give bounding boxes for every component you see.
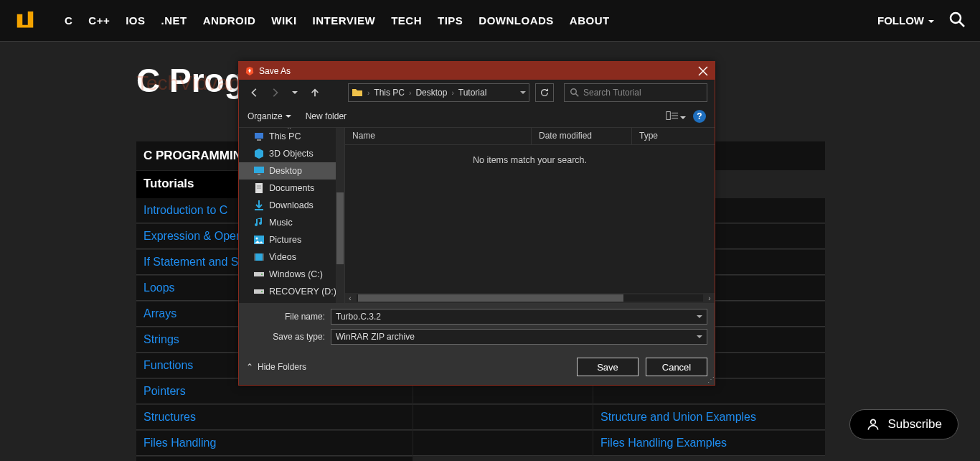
svg-point-1 — [951, 13, 961, 23]
nav-link[interactable]: DOWNLOADS — [479, 14, 554, 27]
svg-rect-12 — [255, 133, 263, 139]
close-icon[interactable] — [697, 65, 709, 77]
tree-item-label: Windows (C:) — [269, 269, 323, 279]
dialog-titlebar[interactable]: Save As — [239, 62, 715, 80]
save-type-select[interactable]: WinRAR ZIP archive — [331, 329, 707, 345]
pc-icon — [253, 131, 265, 142]
tree-item-desktop[interactable]: Desktop — [239, 162, 344, 180]
vid-icon — [253, 251, 265, 263]
tree-scrollbar[interactable] — [336, 128, 344, 303]
search-icon — [570, 88, 579, 97]
new-folder-button[interactable]: New folder — [306, 111, 347, 121]
nav-link[interactable]: IOS — [126, 14, 145, 27]
nav-links: C C++ IOS .NET ANDROID WIKI INTERVIEW TE… — [65, 14, 877, 27]
folder-tree[interactable]: ⌃ This PC3D ObjectsDesktopDocumentsDownl… — [239, 128, 345, 303]
svg-point-25 — [261, 274, 263, 275]
nav-link[interactable]: TIPS — [438, 14, 463, 27]
tree-item-label: This PC — [269, 131, 301, 141]
column-type[interactable]: Type — [632, 128, 715, 144]
sidebar-item[interactable]: Introduction to C — [143, 204, 227, 217]
drive-icon — [253, 269, 265, 280]
nav-link[interactable]: WIKI — [271, 14, 296, 27]
tree-item-windows-c-[interactable]: Windows (C:) — [239, 266, 344, 283]
dialog-navbar: › This PC › Desktop › Tutorial Search Tu… — [239, 80, 715, 106]
tree-item-3d-objects[interactable]: 3D Objects — [239, 145, 344, 162]
nav-link[interactable]: ANDROID — [203, 14, 256, 27]
collapse-indicator-icon: ⌃ — [286, 128, 292, 134]
sidebar-item[interactable]: If Statement and Sv — [143, 256, 245, 269]
brave-icon — [245, 66, 255, 76]
svg-rect-21 — [254, 253, 264, 261]
file-name-input[interactable]: Turbo.C.3.2 — [331, 309, 707, 325]
nav-link[interactable]: INTERVIEW — [313, 14, 376, 27]
svg-point-27 — [261, 291, 263, 292]
svg-rect-22 — [254, 253, 255, 261]
nav-link[interactable]: ABOUT — [570, 14, 610, 27]
chevron-up-icon: ⌃ — [246, 362, 253, 372]
help-icon[interactable]: ? — [693, 110, 706, 123]
organize-dropdown[interactable]: Organize — [248, 111, 291, 121]
tree-item-label: Music — [269, 218, 293, 228]
up-icon[interactable] — [306, 84, 324, 101]
drive-icon — [253, 286, 265, 297]
horizontal-scrollbar[interactable]: ‹ › — [345, 293, 715, 303]
nav-link[interactable]: .NET — [161, 14, 187, 27]
cancel-button[interactable]: Cancel — [646, 358, 707, 376]
sidebar-item[interactable]: Strings — [143, 333, 179, 346]
scroll-left-icon[interactable]: ‹ — [345, 294, 355, 302]
column-date[interactable]: Date modified — [532, 128, 632, 144]
dialog-search-input[interactable]: Search Tutorial — [564, 83, 707, 102]
link-item[interactable]: Structure and Union Examples — [600, 411, 756, 424]
hide-folders-toggle[interactable]: ⌃Hide Folders — [246, 362, 306, 372]
chevron-down-icon — [680, 113, 686, 123]
refresh-icon[interactable] — [535, 83, 554, 102]
tree-item-videos[interactable]: Videos — [239, 248, 344, 266]
sidebar-item[interactable]: Expression & Opera — [143, 230, 246, 243]
chevron-down-icon[interactable] — [697, 333, 702, 341]
sidebar-item[interactable]: Pointers — [143, 385, 186, 398]
back-icon[interactable] — [246, 84, 263, 101]
resize-grip-icon[interactable]: ⋰ — [707, 376, 713, 383]
save-as-dialog: Save As › This PC › Desktop › Tutorial S… — [238, 61, 715, 386]
chevron-down-icon[interactable] — [697, 313, 702, 321]
chevron-right-icon: › — [366, 89, 371, 97]
nav-link[interactable]: C — [65, 14, 72, 27]
dialog-fields: File name: Turbo.C.3.2 Save as type: Win… — [239, 303, 715, 353]
tree-item-pictures[interactable]: Pictures — [239, 231, 344, 248]
breadcrumb-bar[interactable]: › This PC › Desktop › Tutorial — [348, 83, 529, 102]
forward-icon[interactable] — [266, 84, 283, 101]
tree-item-music[interactable]: Music — [239, 214, 344, 231]
recent-dropdown-icon[interactable] — [286, 84, 303, 101]
svg-rect-13 — [257, 139, 261, 141]
view-mode-button[interactable] — [666, 111, 686, 123]
column-name[interactable]: Name — [345, 128, 532, 144]
tree-item-documents[interactable]: Documents — [239, 180, 344, 197]
crumb[interactable]: Tutorial — [458, 88, 487, 98]
subscribe-button[interactable]: Subscribe — [849, 409, 958, 439]
nav-link[interactable]: C++ — [88, 14, 110, 27]
sidebar-item[interactable]: Loops — [143, 281, 175, 294]
scroll-right-icon[interactable]: › — [705, 294, 715, 302]
follow-dropdown[interactable]: FOLLOW — [877, 14, 934, 27]
save-button[interactable]: Save — [577, 358, 639, 376]
link-item[interactable]: Files Handling Examples — [600, 437, 727, 450]
person-icon — [866, 417, 880, 432]
crumb[interactable]: Desktop — [415, 88, 447, 98]
column-headers[interactable]: Name Date modified Type — [345, 128, 715, 145]
svg-point-6 — [571, 89, 577, 95]
sidebar-item[interactable]: Structures — [143, 411, 196, 424]
sidebar-item[interactable]: Files Handling — [143, 437, 216, 450]
chevron-right-icon: › — [450, 89, 455, 97]
svg-point-3 — [871, 419, 876, 424]
chevron-down-icon — [928, 14, 934, 27]
crumb[interactable]: This PC — [374, 88, 405, 98]
tree-item-downloads[interactable]: Downloads — [239, 197, 344, 214]
nav-link[interactable]: TECH — [391, 14, 422, 27]
search-icon[interactable] — [948, 11, 966, 31]
crumb-dropdown-icon[interactable] — [520, 88, 526, 98]
tree-item-recovery-d-[interactable]: RECOVERY (D:) — [239, 283, 344, 300]
chevron-down-icon — [286, 111, 291, 121]
sidebar-item[interactable]: Functions — [143, 359, 193, 372]
sidebar-item[interactable]: Arrays — [143, 307, 176, 320]
chevron-right-icon: › — [407, 89, 413, 97]
